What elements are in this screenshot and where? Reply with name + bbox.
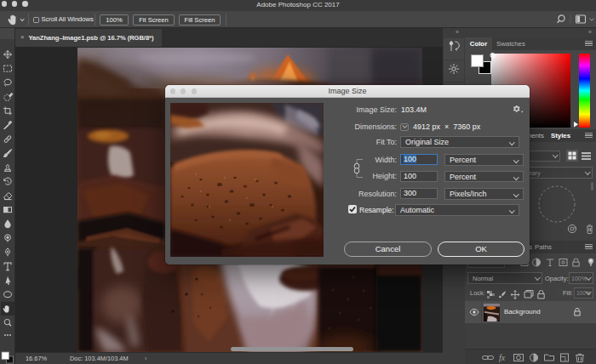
svg-text:fx: fx xyxy=(499,353,506,362)
